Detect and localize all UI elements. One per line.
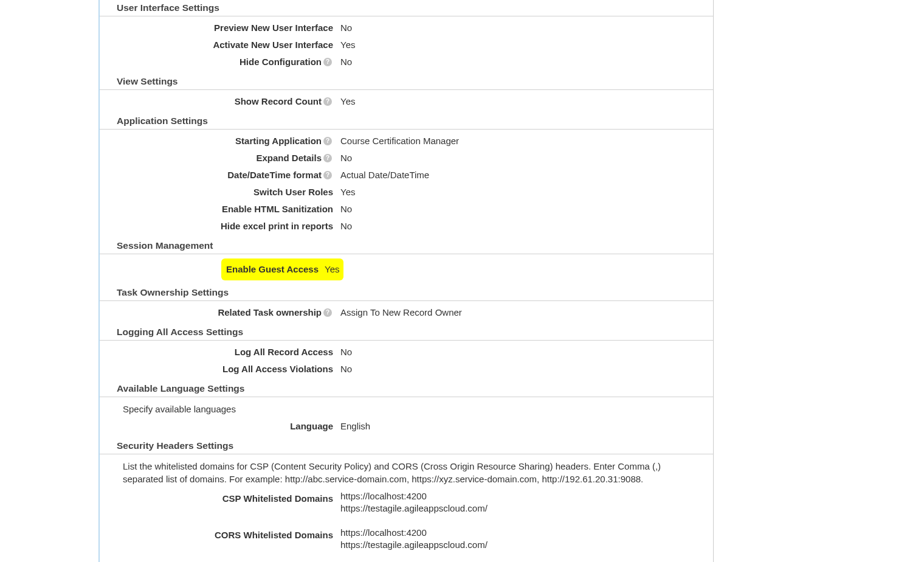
setting-value: No (337, 361, 713, 378)
setting-value: No (337, 201, 713, 218)
setting-label: Starting Application (235, 133, 322, 150)
help-icon[interactable]: ? (323, 97, 332, 106)
help-icon[interactable]: ? (323, 137, 332, 145)
setting-value: No (337, 344, 713, 361)
setting-row: Related Task ownership? Assign To New Re… (100, 304, 713, 321)
setting-label: CSP Whitelisted Domains (222, 490, 333, 507)
setting-label: Log All Record Access (235, 344, 333, 361)
help-icon[interactable]: ? (323, 154, 332, 162)
setting-label: Switch User Roles (253, 184, 333, 201)
setting-row: Starting Application? Course Certificati… (100, 133, 713, 150)
section-header-task: Task Ownership Settings (100, 285, 713, 301)
setting-row: Hide excel print in reports No (100, 218, 713, 235)
setting-row: Log All Access Violations No (100, 361, 713, 378)
highlight-marker: Enable Guest Access Yes (221, 258, 343, 280)
setting-label: Language (290, 418, 333, 435)
setting-label: Related Task ownership (218, 304, 322, 321)
setting-row: Show Record Count? Yes (100, 93, 713, 110)
setting-value-multiline: https://localhost:4200 https://testagile… (337, 527, 713, 551)
setting-row: Log All Record Access No (100, 344, 713, 361)
setting-row: Activate New User Interface Yes (100, 36, 713, 54)
setting-value: Assign To New Record Owner (337, 304, 713, 321)
section-header-lang: Available Language Settings (100, 381, 713, 397)
section-header-session: Session Management (100, 238, 713, 254)
setting-label: Hide excel print in reports (221, 218, 333, 235)
section-header-ui: User Interface Settings (100, 0, 713, 16)
setting-row-highlighted: Enable Guest Access Yes (100, 257, 713, 282)
setting-value: English (337, 418, 713, 435)
setting-value: Yes (322, 261, 339, 278)
domain-line: https://testagile.agileappscloud.com/ (340, 502, 713, 515)
instruction-text: Specify available languages (100, 400, 713, 418)
setting-label: Preview New User Interface (214, 19, 333, 36)
setting-row: Expand Details? No (100, 150, 713, 167)
section-header-logging: Logging All Access Settings (100, 324, 713, 341)
help-icon[interactable]: ? (323, 58, 332, 66)
setting-label: Enable HTML Sanitization (222, 201, 333, 218)
setting-label: Date/DateTime format (227, 167, 322, 184)
instruction-text: List the whitelisted domains for CSP (Co… (100, 457, 713, 488)
setting-value-multiline: https://localhost:4200 https://testagile… (337, 490, 713, 515)
domain-line: https://localhost:4200 (340, 527, 713, 539)
setting-row: Date/DateTime format? Actual Date/DateTi… (100, 167, 713, 184)
setting-label: Show Record Count (235, 93, 322, 110)
setting-value: Course Certification Manager (337, 133, 713, 150)
settings-panel: User Interface Settings Preview New User… (98, 0, 714, 562)
setting-value: Yes (337, 93, 713, 110)
section-header-app: Application Settings (100, 113, 713, 130)
setting-row: Enable HTML Sanitization No (100, 201, 713, 218)
setting-label: Hide Configuration (240, 54, 322, 71)
section-header-view: View Settings (100, 74, 713, 90)
setting-value: Yes (337, 184, 713, 201)
help-icon[interactable]: ? (323, 171, 332, 179)
setting-value: No (337, 19, 713, 36)
section-header-security: Security Headers Settings (100, 438, 713, 454)
setting-value: No (337, 150, 713, 167)
setting-label: Enable Guest Access (226, 261, 322, 278)
setting-row: Preview New User Interface No (100, 19, 713, 36)
setting-value: Actual Date/DateTime (337, 167, 713, 184)
setting-row: Switch User Roles Yes (100, 184, 713, 201)
setting-row: CSP Whitelisted Domains https://localhos… (100, 490, 713, 515)
setting-row: Hide Configuration? No (100, 54, 713, 71)
help-icon[interactable]: ? (323, 308, 332, 317)
setting-value: Yes (337, 36, 713, 54)
setting-label: CORS Whitelisted Domains (215, 527, 333, 544)
domain-line: https://testagile.agileappscloud.com/ (340, 539, 713, 551)
domain-line: https://localhost:4200 (340, 490, 713, 502)
setting-label: Log All Access Violations (222, 361, 333, 378)
setting-value: No (337, 218, 713, 235)
setting-row: CORS Whitelisted Domains https://localho… (100, 527, 713, 551)
setting-row: Language English (100, 418, 713, 435)
setting-label: Expand Details (256, 150, 322, 167)
setting-label: Activate New User Interface (213, 36, 333, 54)
setting-value: No (337, 54, 713, 71)
